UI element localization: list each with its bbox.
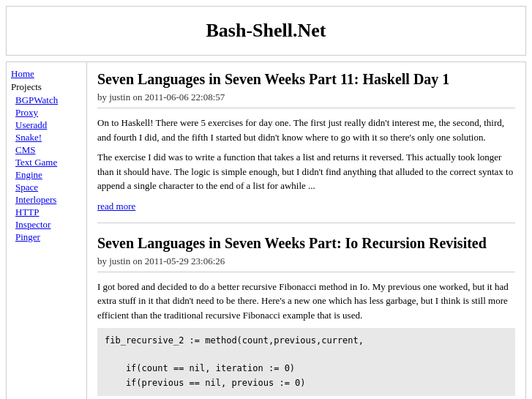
sidebar-item-space[interactable]: Space (11, 182, 82, 193)
post-body-0: On to Haskell! There were 5 exercises fo… (97, 116, 515, 193)
sidebar-item-snake![interactable]: Snake! (11, 132, 82, 143)
post-meta-1: by justin on 2011-05-29 23:06:26 (97, 256, 515, 272)
site-header: Bash-Shell.Net (6, 6, 526, 56)
main-layout: Home Projects BGPWatchProxyUseraddSnake!… (6, 61, 526, 399)
sidebar-item-interlopers[interactable]: Interlopers (11, 194, 82, 206)
site-title: Bash-Shell.Net (14, 20, 518, 42)
post-title-1: Seven Languages in Seven Weeks Part: Io … (97, 234, 515, 253)
sidebar-item-cms[interactable]: CMS (11, 144, 82, 156)
sidebar-item-bgpwatch[interactable]: BGPWatch (11, 94, 82, 106)
sidebar-projects-label: Projects (11, 81, 82, 93)
post-title-0: Seven Languages in Seven Weeks Part 11: … (97, 70, 515, 89)
read-more-link-0[interactable]: read more (97, 201, 135, 212)
sidebar-item-engine[interactable]: Engine (11, 169, 82, 181)
post-0: Seven Languages in Seven Weeks Part 11: … (97, 70, 515, 223)
sidebar-item-useradd[interactable]: Useradd (11, 119, 82, 131)
sidebar-links: BGPWatchProxyUseraddSnake!CMSText GameEn… (11, 94, 82, 243)
code-block-1: fib_recursive_2 := method(count,previous… (97, 328, 515, 396)
sidebar-item-pinger[interactable]: Pinger (11, 231, 82, 243)
posts-container: Seven Languages in Seven Weeks Part 11: … (97, 70, 515, 399)
sidebar: Home Projects BGPWatchProxyUseraddSnake!… (7, 62, 87, 399)
content-area: Seven Languages in Seven Weeks Part 11: … (87, 62, 525, 399)
sidebar-item-home[interactable]: Home (11, 68, 82, 80)
sidebar-item-text-game[interactable]: Text Game (11, 157, 82, 168)
sidebar-item-proxy[interactable]: Proxy (11, 107, 82, 119)
post-paragraph: On to Haskell! There were 5 exercises fo… (97, 116, 515, 144)
post-meta-0: by justin on 2011-06-06 22:08:57 (97, 92, 515, 108)
sidebar-item-http[interactable]: HTTP (11, 206, 82, 218)
post-paragraph: The exercise I did was to write a functi… (97, 150, 515, 193)
sidebar-item-inspector[interactable]: Inspector (11, 219, 82, 231)
post-body-1: I got bored and decided to do a better r… (97, 280, 515, 396)
post-paragraph: I got bored and decided to do a better r… (97, 280, 515, 323)
post-1: Seven Languages in Seven Weeks Part: Io … (97, 234, 515, 400)
